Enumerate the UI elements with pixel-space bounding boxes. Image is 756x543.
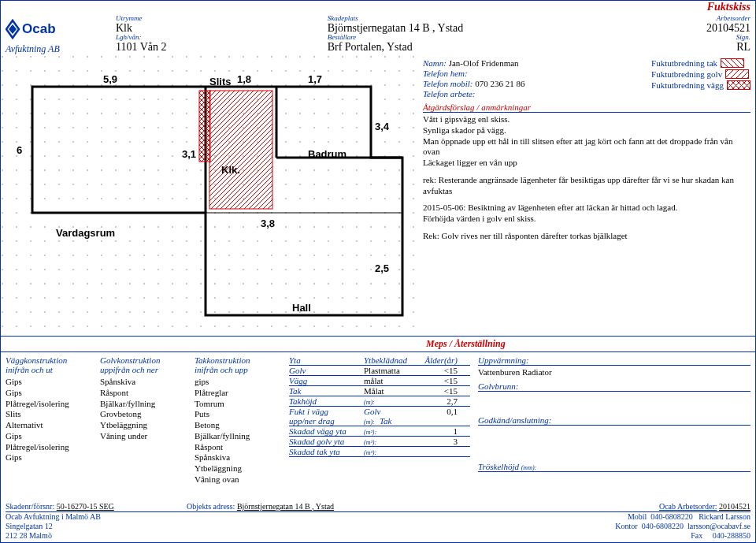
person: Rickard Larsson	[699, 512, 750, 521]
st-u: (m²):	[364, 449, 423, 456]
fukt-v: 0,1	[423, 407, 458, 416]
mobil-l: Mobil	[628, 512, 647, 521]
swatch-tak	[721, 58, 744, 68]
svg-rect-3	[199, 91, 210, 162]
contact-row: Namn: Jan-Olof Fridenman Telefon hem: Te…	[423, 58, 750, 99]
col-utrymme: Utrymme Klk Lgh/vån: 1101 Vån 2	[116, 15, 328, 55]
contact-col: Namn: Jan-Olof Fridenman Telefon hem: Te…	[423, 58, 524, 99]
note-p2: rek: Resterande angränsade lägenheter få…	[423, 175, 750, 197]
col-vagg: Väggkonstruktion inifrån och ut GipsGips…	[6, 355, 92, 485]
lgh-value: 1101 Vån 2	[116, 41, 328, 53]
skadenr-l: Skadenr/försnr:	[6, 502, 54, 511]
footer-left: Ocab Avfuktning i Malmö AB Singelgatan 1…	[6, 512, 101, 541]
list-item: Ytbeläggning	[195, 463, 281, 474]
notes: Vått i gipsvägg enl skiss. Synliga skado…	[423, 114, 750, 242]
dim-6: 6	[17, 144, 22, 156]
svg-text:Ocab: Ocab	[22, 21, 56, 36]
yta-rows: GolvPlastmatta<15Väggmålat<15TakMålat<15	[289, 366, 470, 396]
sg-u: (m²):	[364, 439, 423, 446]
list-item: Ytbeläggning	[100, 420, 187, 431]
legend: Fuktutbredning tak Fuktutbredning golv F…	[651, 58, 750, 99]
list-item: Plåtreglar	[195, 388, 281, 399]
legend-tak: Fuktutbredning tak	[651, 58, 717, 68]
sv-v: 1	[423, 426, 458, 436]
list-item: Gips	[6, 452, 92, 463]
arb-v: 20104521	[719, 502, 750, 511]
svg-rect-4	[209, 91, 272, 209]
dim-31: 3,1	[182, 148, 196, 160]
upp-u: (m):	[364, 418, 380, 426]
telmobil-label: Telefon mobil:	[423, 79, 472, 88]
company-subtitle: Avfuktning AB	[6, 43, 84, 55]
namn-label: Namn:	[423, 58, 447, 68]
table-row: GolvPlastmatta<15	[289, 366, 470, 376]
list-item: Spånskiva	[100, 377, 187, 388]
table-row: TakMålat<15	[289, 386, 470, 396]
footer-addr2: 212 28 Malmö	[6, 531, 101, 541]
list-item: Alternativt	[6, 420, 92, 431]
list-item: Grovbetong	[100, 409, 187, 420]
list-item: Slits	[6, 409, 92, 420]
dim-59: 5,9	[103, 73, 117, 85]
upp-tak: Tak	[380, 416, 392, 426]
mobil-v: 040-6808220	[650, 512, 692, 521]
fax-l: Fax	[691, 531, 702, 540]
list-item: Gips	[6, 431, 92, 442]
list-item: Gips	[6, 388, 92, 399]
sg-v: 3	[423, 437, 458, 446]
label-vardagsrum: Vardagsrum	[56, 227, 115, 239]
arbetsorder-value: 20104521	[539, 22, 750, 34]
footer-right: Mobil 040-6808220 Rickard Larsson Kontor…	[615, 512, 750, 541]
troskel-row: Tröskelhöjd (mm):	[478, 462, 750, 472]
kontor-l: Kontor	[615, 522, 637, 530]
floor-plan-svg: 5,9 Slits 1,8 1,7 6 3,1 Klk. Badrum 3,4 …	[1, 55, 418, 331]
list-item: Råspont	[195, 442, 281, 453]
golv-head: Golvkonstruktion uppifrån och ner	[100, 355, 187, 374]
st-l: Skadad tak yta	[289, 447, 364, 456]
vagg-head: Väggkonstruktion inifrån och ut	[6, 355, 92, 374]
legend-vagg: Fuktutbredning vägg	[651, 80, 724, 90]
yta-h2: Ytbeklädnad	[364, 355, 423, 365]
utrymme-value: Klk	[116, 22, 328, 34]
arb-l: Ocab Arbetsorder:	[659, 502, 717, 511]
list-item: Råspont	[100, 388, 187, 399]
meps-head: Meps / Återställning	[1, 336, 755, 352]
fukt-l: Fukt i vägg	[289, 407, 364, 416]
golv-list: SpånskivaRåspontBjälkar/fyllningGrovbeto…	[100, 377, 187, 442]
sv-l: Skadad vägg yta	[289, 426, 364, 436]
sign-value: RL	[539, 41, 750, 53]
tak-list: gipsPlåtreglarTomrumPutsBetongBjälkar/fy…	[195, 377, 281, 485]
logo-icon: Ocab	[6, 15, 84, 43]
legend-golv: Fuktutbredning golv	[651, 69, 722, 79]
sign-label: Sign.	[539, 34, 750, 41]
col-tak: Takkonstruktion inifrån och upp gipsPlåt…	[195, 355, 281, 485]
note-p1: Vått i gipsvägg enl skiss. Synliga skado…	[423, 114, 750, 169]
page: Fuktskiss Ocab Avfuktning AB Utrymme Klk…	[0, 0, 756, 543]
footer-bot: Ocab Avfuktning i Malmö AB Singelgatan 1…	[6, 512, 750, 541]
list-item: Spånskiva	[195, 452, 281, 463]
skadenr-v: 50-16270-15 SEG	[57, 502, 114, 511]
yta-table: Yta Ytbeklädnad Ålder(år) GolvPlastmatta…	[289, 355, 470, 485]
yta-head-row: Yta Ytbeklädnad Ålder(år)	[289, 355, 470, 366]
swatch-golv	[725, 69, 749, 79]
skadeplats-label: Skadeplats	[328, 15, 539, 22]
arbetsorder-label: Arbetsorder	[539, 15, 750, 22]
footer-addr1: Singelgatan 12	[6, 522, 101, 531]
list-item: Våning under	[100, 431, 187, 442]
skadeplats-value: Björnstjernegatan 14 B , Ystad	[328, 22, 539, 34]
obj-l: Objekts adress:	[187, 502, 235, 511]
label-slits: Slits	[209, 76, 231, 87]
dim-25: 2,5	[375, 262, 389, 274]
col-skadeplats: Skadeplats Björnstjernegatan 14 B , Ysta…	[328, 15, 539, 55]
list-item: Tomrum	[195, 399, 281, 410]
list-item: gips	[195, 377, 281, 388]
troskel-u: (mm):	[521, 464, 537, 471]
takhojd-v: 2,7	[423, 396, 458, 406]
col-arbetsorder: Arbetsorder 20104521 Sign. RL	[539, 15, 750, 55]
dim-18: 1,8	[237, 73, 251, 85]
takhojd-u: (m):	[364, 399, 423, 406]
list-item: Betong	[195, 420, 281, 431]
right-panel: Namn: Jan-Olof Fridenman Telefon hem: Te…	[418, 55, 755, 331]
right-lower: Uppvärmning: Vattenburen Radiator Golvbr…	[478, 355, 750, 485]
uppvarmning-label: Uppvärmning:	[478, 355, 750, 366]
